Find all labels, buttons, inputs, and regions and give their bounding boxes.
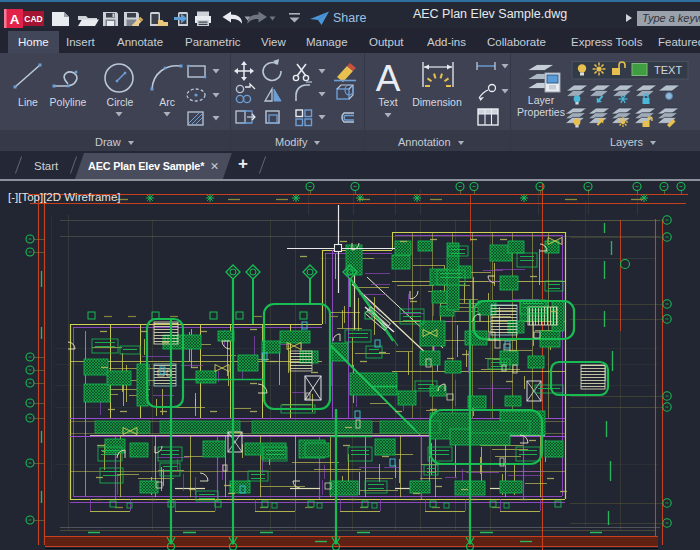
svg-text:TEXT: TEXT <box>654 64 682 76</box>
svg-text:CAD: CAD <box>24 14 42 24</box>
svg-text:Share: Share <box>333 11 366 25</box>
svg-text:A: A <box>376 58 401 99</box>
svg-text:A: A <box>10 12 20 27</box>
svg-text:[-][Top][2D Wireframe]: [-][Top][2D Wireframe] <box>8 191 120 203</box>
